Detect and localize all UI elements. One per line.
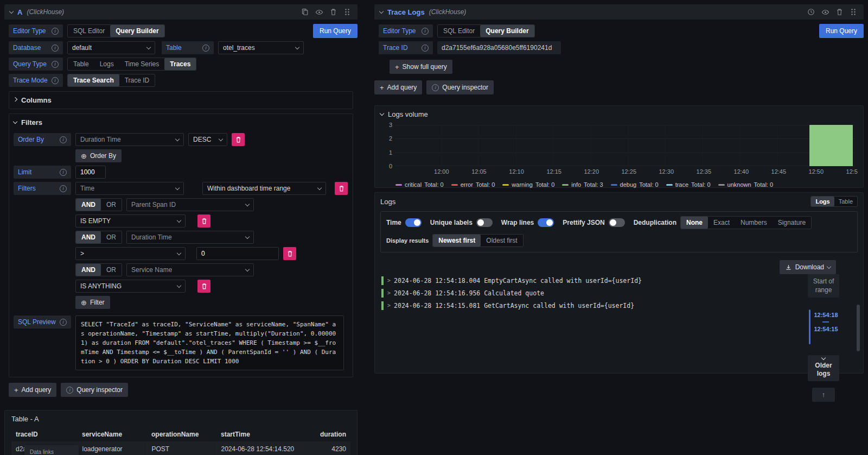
remove-condition-button[interactable] [197, 214, 210, 228]
option-dedup-none[interactable]: None [681, 217, 708, 229]
column-header-duration[interactable]: duration [298, 427, 350, 442]
remove-condition-button[interactable] [283, 247, 296, 260]
collapse-chevron-icon[interactable] [9, 9, 14, 13]
logs-scroll-area[interactable]: Download >2024-06-28 12:54:18.004 EmptyC… [380, 257, 858, 386]
expand-chevron-icon[interactable]: > [387, 277, 391, 283]
condition-value-input[interactable] [196, 247, 279, 260]
trace-id-input[interactable] [437, 41, 561, 54]
option-and[interactable]: AND [76, 199, 101, 211]
option-or[interactable]: OR [101, 231, 122, 243]
option-logs-view[interactable]: Logs [811, 197, 834, 206]
option-dedup-signature[interactable]: Signature [773, 217, 811, 229]
order-by-field-select[interactable]: Duration Time [75, 133, 184, 146]
logs-scrollbar[interactable] [857, 305, 860, 351]
legend-item-trace[interactable]: traceTotal: 0 [666, 181, 711, 188]
time-toggle[interactable] [405, 218, 422, 227]
download-button[interactable]: Download [780, 260, 836, 274]
visible-range-indicator[interactable]: 12:54:18 12:54:15 [808, 309, 839, 344]
log-line[interactable]: >2024-06-28 12:54:15.081 GetCartAsync ca… [381, 301, 783, 310]
log-line[interactable]: >2024-06-28 12:54:18.004 EmptyCartAsync … [381, 276, 783, 285]
hide-query-eye-icon[interactable] [820, 7, 830, 17]
option-trace-search[interactable]: Trace Search [68, 74, 119, 86]
legend-item-critical[interactable]: criticalTotal: 0 [395, 181, 444, 188]
option-sql-editor[interactable]: SQL Editor [68, 25, 110, 37]
legend-item-warning[interactable]: warningTotal: 0 [502, 181, 554, 188]
logs-volume-header[interactable]: Logs volume [380, 109, 858, 122]
option-table-view[interactable]: Table [834, 197, 857, 206]
limit-input[interactable] [75, 166, 106, 179]
show-full-query-button[interactable]: +Show full query [390, 60, 452, 74]
table-select[interactable]: otel_traces [218, 41, 304, 54]
order-by-direction-select[interactable]: DESC [188, 133, 227, 146]
operator-select[interactable]: IS EMPTY [75, 214, 186, 228]
column-header-starttime[interactable]: startTime [216, 427, 298, 442]
expand-chevron-icon[interactable]: > [387, 302, 391, 308]
option-trace-id[interactable]: Trace ID [119, 74, 155, 86]
log-line[interactable]: >2024-06-28 12:54:16.956 Calculated quot… [381, 289, 783, 298]
remove-condition-button[interactable] [197, 280, 210, 293]
database-select[interactable]: default [67, 41, 155, 54]
older-logs-button[interactable]: Older logs [808, 355, 839, 381]
run-query-button[interactable]: Run Query [313, 24, 358, 38]
query-inspector-button[interactable]: iQuery inspector [61, 383, 128, 397]
option-traces[interactable]: Traces [164, 58, 196, 70]
add-filter-button[interactable]: ⊕Filter [75, 296, 110, 309]
collapse-chevron-icon[interactable] [379, 9, 384, 13]
info-icon[interactable]: i [422, 28, 429, 35]
info-icon[interactable]: i [60, 136, 67, 143]
prettify-json-toggle[interactable] [609, 218, 625, 227]
option-query-builder[interactable]: Query Builder [480, 25, 534, 37]
option-table[interactable]: Table [68, 58, 94, 70]
filter-field-select[interactable]: Time [75, 182, 184, 195]
info-icon[interactable]: i [52, 77, 59, 84]
condition-field-select[interactable]: Duration Time [126, 231, 254, 244]
query-inspector-button[interactable]: iQuery inspector [426, 80, 494, 94]
legend-item-unknown[interactable]: unknownTotal: 0 [718, 181, 774, 188]
info-icon[interactable]: i [60, 185, 67, 192]
column-header-traceid[interactable]: traceID [11, 427, 78, 442]
add-query-button[interactable]: +Add query [9, 383, 56, 397]
query-history-clock-icon[interactable] [806, 7, 816, 17]
query-ref-id[interactable]: A [17, 8, 22, 16]
scroll-to-top-button[interactable]: ↑ [812, 388, 835, 402]
option-logs[interactable]: Logs [94, 58, 119, 70]
delete-query-trash-icon[interactable] [834, 7, 844, 17]
columns-section-header[interactable]: Columns [14, 95, 348, 105]
add-order-by-button[interactable]: ⊕Order By [75, 149, 122, 162]
time-range-select[interactable]: Within dashboard time range [202, 182, 326, 195]
option-dedup-numbers[interactable]: Numbers [735, 217, 773, 229]
operator-select[interactable]: > [75, 247, 186, 260]
column-header-servicename[interactable]: serviceName [78, 427, 147, 442]
expand-chevron-icon[interactable]: > [387, 290, 391, 296]
remove-order-by-button[interactable] [232, 133, 245, 146]
column-header-operationname[interactable]: operationName [147, 427, 216, 442]
drag-handle-icon[interactable] [848, 7, 858, 17]
info-icon[interactable]: i [52, 61, 59, 68]
operator-select[interactable]: IS ANYTHING [75, 280, 186, 293]
legend-item-debug[interactable]: debugTotal: 0 [611, 181, 659, 188]
legend-item-error[interactable]: errorTotal: 0 [451, 181, 495, 188]
range-bar[interactable] [809, 309, 810, 344]
option-or[interactable]: OR [101, 264, 122, 276]
trace-logs-title[interactable]: Trace Logs [387, 8, 425, 16]
option-and[interactable]: AND [76, 231, 101, 243]
info-icon[interactable]: i [52, 45, 59, 52]
drag-handle-icon[interactable] [342, 7, 352, 17]
remove-filter-button[interactable] [335, 182, 348, 195]
wrap-lines-toggle[interactable] [538, 218, 554, 227]
option-oldest-first[interactable]: Oldest first [481, 235, 522, 247]
delete-query-trash-icon[interactable] [328, 7, 338, 17]
option-dedup-exact[interactable]: Exact [708, 217, 735, 229]
option-sql-editor[interactable]: SQL Editor [438, 25, 480, 37]
info-icon[interactable]: i [52, 28, 59, 35]
run-query-button[interactable]: Run Query [819, 24, 864, 38]
filters-section-header[interactable]: Filters [14, 117, 348, 128]
option-query-builder[interactable]: Query Builder [110, 25, 164, 37]
option-time-series[interactable]: Time Series [119, 58, 165, 70]
unique-labels-toggle[interactable] [476, 218, 493, 227]
option-newest-first[interactable]: Newest first [433, 235, 481, 247]
option-or[interactable]: OR [101, 199, 122, 211]
option-and[interactable]: AND [76, 264, 101, 276]
info-icon[interactable]: i [60, 319, 67, 326]
hide-query-eye-icon[interactable] [314, 7, 324, 17]
